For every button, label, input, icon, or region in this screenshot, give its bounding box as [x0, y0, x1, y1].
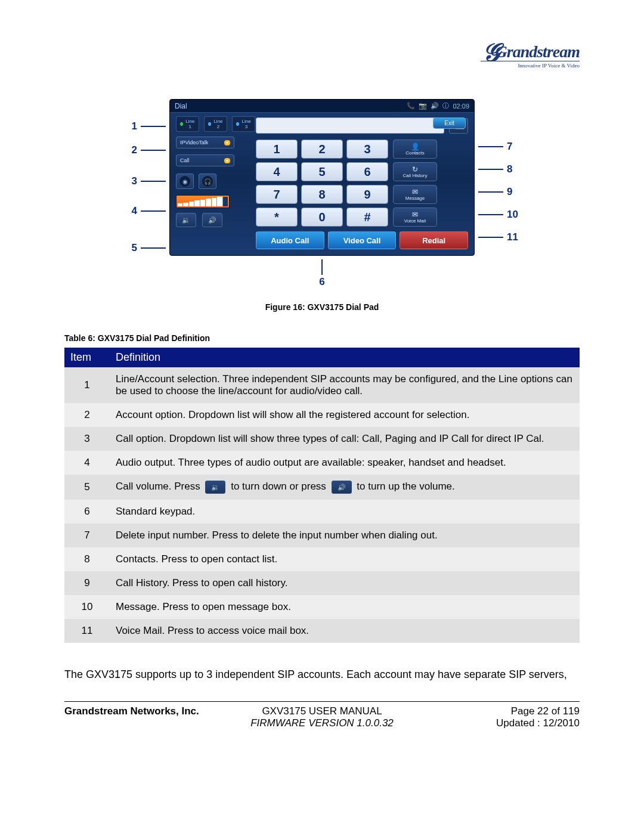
key-5[interactable]: 5 [301, 162, 343, 181]
audio-call-button[interactable]: Audio Call [256, 231, 324, 249]
definition-table: Item Definition 1Line/Account selection.… [64, 348, 580, 643]
callout-1: 1 [128, 120, 166, 132]
brand-logo: 𝒢Grandstream Innovative IP Voice & Video [481, 35, 580, 69]
table-row: 5Call volume. Press 🔉 to turn down or pr… [64, 475, 580, 500]
page-footer: Grandstream Networks, Inc. GXV3175 USER … [64, 705, 580, 729]
key-8[interactable]: 8 [301, 185, 343, 204]
table-row: 7Delete input number. Press to delete th… [64, 524, 580, 547]
chevron-down-icon: ▾ [224, 140, 230, 145]
footer-updated: Updated : 12/2010 [408, 717, 580, 729]
message-button-label: Message [405, 196, 425, 201]
voicemail-button[interactable]: ✉Voice Mail [393, 208, 437, 227]
row-definition: Standard keypad. [110, 500, 580, 524]
row-definition: Delete input number. Press to delete the… [110, 524, 580, 547]
exit-button[interactable]: Exit [433, 117, 466, 129]
col-definition: Definition [110, 348, 580, 367]
speaker-button[interactable]: ◉ [176, 174, 194, 189]
callhistory-button-label: Call History [403, 173, 428, 178]
contacts-button[interactable]: 👤Contacts [393, 140, 437, 159]
row-definition: Contacts. Press to open contact list. [110, 547, 580, 571]
calltype-label: Call [180, 157, 190, 163]
row-item: 8 [64, 547, 110, 571]
table-row: 10Message. Press to open message box. [64, 595, 580, 619]
table-row: 1Line/Account selection. Three independe… [64, 367, 580, 403]
table-caption: Table 6: GXV3175 Dial Pad Definition [64, 333, 580, 343]
row-definition: Call History. Press to open call history… [110, 571, 580, 595]
callhistory-button-icon: ↻ [412, 166, 418, 173]
line-tabs: Line 1Line 2Line 3 [176, 116, 250, 132]
volume-up-icon: 🔊 [332, 481, 352, 494]
callout-2: 2 [128, 144, 166, 156]
col-item: Item [64, 348, 110, 367]
window-title: Dial [175, 102, 187, 110]
camera-icon: 📷 [419, 102, 427, 110]
key-4[interactable]: 4 [256, 162, 298, 181]
redial-button[interactable]: Redial [400, 231, 468, 249]
row-item: 7 [64, 524, 110, 547]
table-row: 2Account option. Dropdown list will show… [64, 403, 580, 427]
row-definition: Audio output. Three types of audio outpu… [110, 451, 580, 475]
key-7[interactable]: 7 [256, 185, 298, 204]
dial-display: – [256, 117, 444, 134]
volume-down-icon: 🔉 [205, 481, 225, 494]
key-*[interactable]: * [256, 208, 298, 227]
footer-manual: GXV3175 USER MANUAL [236, 705, 408, 717]
footer-company: Grandstream Networks, Inc. [64, 705, 236, 717]
figure-caption: Figure 16: GXV3175 Dial Pad [64, 302, 580, 312]
table-row: 11Voice Mail. Press to access voice mail… [64, 619, 580, 643]
status-dot-icon [208, 122, 211, 126]
key-0[interactable]: 0 [301, 208, 343, 227]
info-icon: ⓘ [442, 101, 449, 110]
callout-9: 9 [478, 186, 516, 198]
volume-up-button[interactable]: 🔊 [202, 213, 222, 227]
account-dropdown[interactable]: IPVideoTalk ▾ [176, 137, 234, 148]
chevron-down-icon: ▾ [224, 158, 230, 163]
key-#[interactable]: # [346, 208, 388, 227]
row-item: 3 [64, 427, 110, 451]
table-row: 4Audio output. Three types of audio outp… [64, 451, 580, 475]
logo-text: Grandstream [496, 42, 580, 61]
table-row: 6Standard keypad. [64, 500, 580, 524]
key-9[interactable]: 9 [346, 185, 388, 204]
calltype-dropdown[interactable]: Call ▾ [176, 154, 234, 166]
key-6[interactable]: 6 [346, 162, 388, 181]
message-button[interactable]: ✉Message [393, 185, 437, 204]
figure: 12345 Dial 📞 📷 🔊 ⓘ 02:09 Exit [64, 91, 580, 312]
key-3[interactable]: 3 [346, 140, 388, 159]
volume-meter [176, 195, 230, 208]
volume-down-button[interactable]: 🔉 [176, 213, 196, 227]
row-definition: Call volume. Press 🔉 to turn down or pre… [110, 475, 580, 500]
audio-output-row: ◉ 🎧 [176, 174, 250, 189]
row-definition: Call option. Dropdown list will show thr… [110, 427, 580, 451]
phone-screenshot: Dial 📞 📷 🔊 ⓘ 02:09 Exit Line 1Line 2Line [169, 99, 475, 256]
voicemail-button-label: Voice Mail [404, 218, 426, 224]
volume-icon: 🔊 [431, 102, 439, 110]
contacts-button-icon: 👤 [411, 143, 420, 150]
keypad: 123456789*0# [256, 140, 388, 227]
key-2[interactable]: 2 [301, 140, 343, 159]
row-item: 2 [64, 403, 110, 427]
line-label: Line 1 [185, 119, 196, 129]
headset-button[interactable]: 🎧 [199, 174, 216, 189]
row-item: 5 [64, 475, 110, 500]
row-item: 6 [64, 500, 110, 524]
status-bar: Dial 📞 📷 🔊 ⓘ 02:09 [170, 100, 474, 113]
video-call-button[interactable]: Video Call [328, 231, 397, 249]
row-item: 11 [64, 619, 110, 643]
clock: 02:09 [453, 103, 469, 110]
status-dot-icon [236, 122, 239, 126]
phone-icon: 📞 [407, 102, 415, 110]
footer-fw: FIRMWARE VERSION 1.0.0.32 [236, 717, 408, 729]
line-tab-2[interactable]: Line 2 [204, 116, 227, 132]
callout-7: 7 [478, 141, 516, 153]
callout-4: 4 [128, 205, 166, 217]
callout-5: 5 [128, 242, 166, 254]
row-item: 4 [64, 451, 110, 475]
callhistory-button[interactable]: ↻Call History [393, 162, 437, 181]
line-tab-1[interactable]: Line 1 [176, 116, 199, 132]
callout-3: 3 [128, 175, 166, 187]
callout-11: 11 [478, 231, 522, 243]
row-item: 10 [64, 595, 110, 619]
row-definition: Voice Mail. Press to access voice mail b… [110, 619, 580, 643]
key-1[interactable]: 1 [256, 140, 298, 159]
